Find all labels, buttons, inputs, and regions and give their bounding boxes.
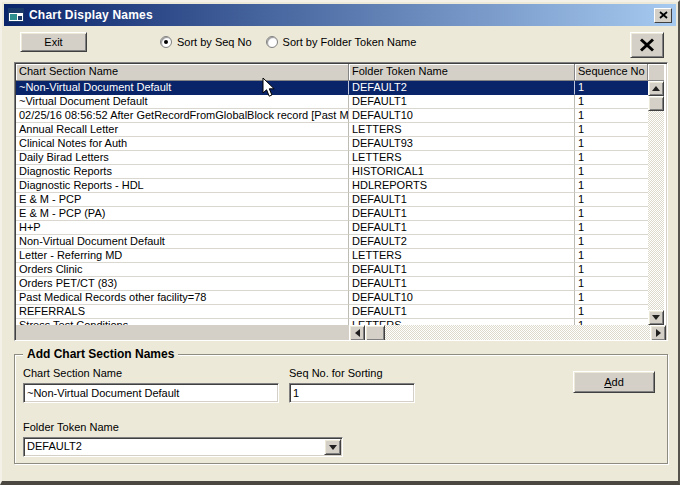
vertical-scroll-thumb[interactable]	[648, 96, 664, 111]
table-row[interactable]: Orders ClinicDEFAULT11	[16, 263, 648, 277]
table-rows: ~Non-Virtual Document DefaultDEFAULT21~V…	[16, 81, 648, 325]
table-cell: 1	[575, 235, 648, 249]
table-cell: 1	[575, 249, 648, 263]
table-row[interactable]: E & M - PCP (PA)DEFAULT11	[16, 207, 648, 221]
window-title: Chart Display Names	[29, 8, 654, 22]
table-cell: 1	[575, 193, 648, 207]
table-row[interactable]: Clinical Notes for AuthDEFAULT931	[16, 137, 648, 151]
scroll-right-button[interactable]	[650, 325, 666, 341]
table-cell: 1	[575, 207, 648, 221]
combobox-dropdown-button[interactable]	[324, 439, 341, 455]
table-cell: Diagnostic Reports - HDL	[16, 179, 349, 193]
horizontal-scroll-thumb[interactable]	[365, 325, 385, 341]
table-cell: 02/25/16 08:56:52 After GetRecordFromGlo…	[16, 109, 349, 123]
header-filler	[648, 64, 664, 81]
header-sequence-no[interactable]: Sequence No	[575, 64, 648, 81]
table-cell: HISTORICAL1	[349, 165, 575, 179]
table-cell: 1	[575, 221, 648, 235]
table-cell: DEFAULT2	[349, 235, 575, 249]
chart-sections-table: Chart Section Name Folder Token Name Seq…	[14, 62, 668, 341]
table-row[interactable]: Letter - Referring MDLETTERS1	[16, 249, 648, 263]
vertical-scroll-track[interactable]	[648, 111, 664, 310]
add-chart-section-group: Add Chart Section Names Chart Section Na…	[14, 354, 668, 464]
table-cell: DEFAULT1	[349, 277, 575, 291]
table-cell: ~Non-Virtual Document Default	[16, 81, 349, 95]
table-cell: E & M - PCP (PA)	[16, 207, 349, 221]
header-folder-token-name[interactable]: Folder Token Name	[349, 64, 575, 81]
chart-section-name-input[interactable]	[23, 383, 279, 403]
scroll-up-button[interactable]	[648, 81, 664, 96]
header-chart-section-name[interactable]: Chart Section Name	[16, 64, 349, 81]
table-cell: Letter - Referring MD	[16, 249, 349, 263]
chart-display-names-dialog: Chart Display Names Exit Sort by Seq No …	[0, 0, 680, 485]
table-cell: DEFAULT1	[349, 263, 575, 277]
seq-no-label: Seq No. for Sorting	[289, 367, 383, 379]
folder-token-combobox[interactable]: DEFAULT2	[23, 437, 343, 457]
table-cell: 1	[575, 109, 648, 123]
table-header-row: Chart Section Name Folder Token Name Seq…	[16, 64, 666, 81]
radio-selected-icon	[160, 36, 172, 48]
scroll-left-button[interactable]	[349, 325, 365, 341]
exit-button[interactable]: Exit	[20, 32, 87, 52]
folder-token-selected-value: DEFAULT2	[24, 438, 323, 456]
table-cell: REFERRALS	[16, 305, 349, 319]
close-dialog-button[interactable]	[630, 32, 664, 58]
horizontal-scroll-track[interactable]	[385, 325, 650, 341]
table-cell: LETTERS	[349, 151, 575, 165]
table-cell: Clinical Notes for Auth	[16, 137, 349, 151]
table-cell: 1	[575, 165, 648, 179]
table-cell: DEFAULT1	[349, 207, 575, 221]
table-row[interactable]: ~Non-Virtual Document DefaultDEFAULT21	[16, 81, 648, 95]
vertical-scrollbar	[648, 81, 664, 325]
table-row[interactable]: Annual Recall LetterLETTERS1	[16, 123, 648, 137]
sort-by-folder-label: Sort by Folder Token Name	[283, 36, 417, 48]
hscroll-left-filler	[16, 325, 349, 341]
table-cell: Daily Birad Letters	[16, 151, 349, 165]
close-icon	[659, 11, 668, 19]
table-cell: 1	[575, 305, 648, 319]
table-row[interactable]: Diagnostic Reports - HDLHDLREPORTS1	[16, 179, 648, 193]
table-cell: Annual Recall Letter	[16, 123, 349, 137]
title-bar[interactable]: Chart Display Names	[4, 4, 676, 26]
app-icon	[8, 8, 24, 22]
add-button[interactable]: Add	[573, 371, 655, 393]
table-row[interactable]: Orders PET/CT (83)DEFAULT11	[16, 277, 648, 291]
table-row[interactable]: Past Medical Records other facility=78DE…	[16, 291, 648, 305]
table-row[interactable]: REFERRALSDEFAULT11	[16, 305, 648, 319]
table-row[interactable]: H+PDEFAULT11	[16, 221, 648, 235]
table-cell: DEFAULT1	[349, 95, 575, 109]
table-cell: DEFAULT1	[349, 221, 575, 235]
seq-no-input[interactable]	[289, 383, 415, 403]
table-cell: HDLREPORTS	[349, 179, 575, 193]
table-cell: DEFAULT10	[349, 109, 575, 123]
sort-by-folder-radio[interactable]: Sort by Folder Token Name	[266, 36, 417, 48]
add-button-label: Add	[604, 376, 624, 388]
table-row[interactable]: Non-Virtual Document DefaultDEFAULT21	[16, 235, 648, 249]
table-cell: H+P	[16, 221, 349, 235]
scroll-down-button[interactable]	[648, 310, 664, 325]
titlebar-close-button[interactable]	[654, 8, 672, 23]
table-row[interactable]: E & M - PCPDEFAULT11	[16, 193, 648, 207]
arrow-down-icon	[652, 315, 660, 320]
arrow-up-icon	[652, 86, 660, 91]
table-row[interactable]: Diagnostic ReportsHISTORICAL11	[16, 165, 648, 179]
table-cell: E & M - PCP	[16, 193, 349, 207]
table-row[interactable]: 02/25/16 08:56:52 After GetRecordFromGlo…	[16, 109, 648, 123]
chevron-down-icon	[329, 445, 337, 450]
table-cell: 1	[575, 95, 648, 109]
table-row[interactable]: ~Virtual Document DefaultDEFAULT11	[16, 95, 648, 109]
table-cell: DEFAULT93	[349, 137, 575, 151]
close-x-icon	[639, 38, 655, 52]
table-cell: DEFAULT2	[349, 81, 575, 95]
table-cell: Non-Virtual Document Default	[16, 235, 349, 249]
table-cell: 1	[575, 123, 648, 137]
group-legend: Add Chart Section Names	[23, 347, 178, 361]
table-cell: DEFAULT10	[349, 291, 575, 305]
horizontal-scrollbar	[349, 325, 666, 341]
table-row[interactable]: Daily Birad LettersLETTERS1	[16, 151, 648, 165]
sort-options: Sort by Seq No Sort by Folder Token Name	[160, 34, 416, 50]
table-cell: Orders Clinic	[16, 263, 349, 277]
sort-by-seq-radio[interactable]: Sort by Seq No	[160, 36, 252, 48]
table-cell: DEFAULT1	[349, 193, 575, 207]
folder-token-name-label: Folder Token Name	[23, 421, 119, 433]
